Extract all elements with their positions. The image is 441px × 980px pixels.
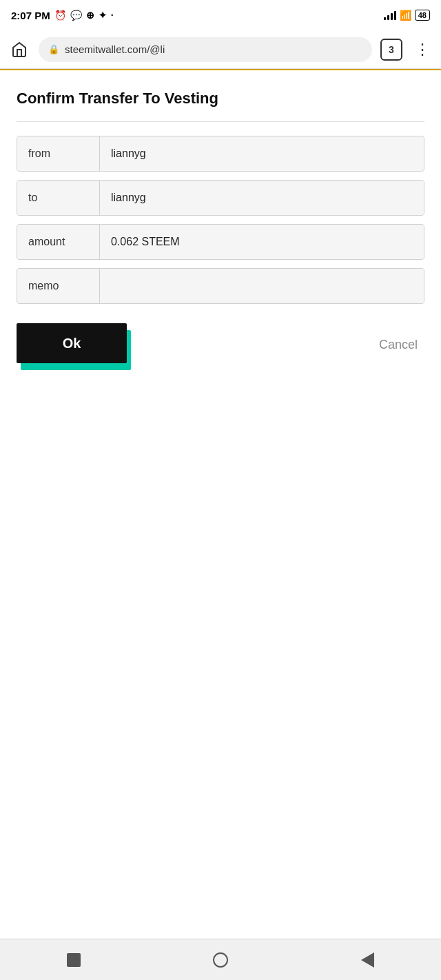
circle-icon xyxy=(213,952,228,968)
status-bar-right: 📶 48 xyxy=(384,10,430,21)
to-label: to xyxy=(17,181,100,215)
amount-label: amount xyxy=(17,225,100,259)
cancel-button[interactable]: Cancel xyxy=(379,338,424,352)
page-title: Confirm Transfer To Vesting xyxy=(17,90,424,108)
memo-row: memo xyxy=(17,268,424,304)
amount-row: amount 0.062 STEEM xyxy=(17,224,424,260)
back-button[interactable] xyxy=(353,946,381,974)
status-bar-left: 2:07 PM ⏰ 💬 ⊕ ✦ · xyxy=(11,10,114,21)
bottom-nav xyxy=(0,939,441,980)
message-icon: 💬 xyxy=(70,10,82,21)
amount-value: 0.062 STEEM xyxy=(100,225,424,259)
home-nav-button[interactable] xyxy=(207,946,234,974)
memo-value xyxy=(100,269,424,303)
status-bar: 2:07 PM ⏰ 💬 ⊕ ✦ · 📶 48 xyxy=(0,0,441,30)
tab-count[interactable]: 3 xyxy=(380,39,402,61)
main-content: Confirm Transfer To Vesting from liannyg… xyxy=(0,69,441,939)
signal-bar-2 xyxy=(387,15,389,20)
triangle-icon xyxy=(361,952,374,968)
notification-icon: ✦ xyxy=(99,10,107,21)
to-row: to liannyg xyxy=(17,180,424,216)
ok-button[interactable]: Ok xyxy=(17,323,127,363)
url-bar[interactable]: 🔒 steemitwallet.com/@li xyxy=(39,37,372,62)
lock-icon: 🔒 xyxy=(48,44,59,54)
more-menu-button[interactable]: ⋮ xyxy=(411,39,433,61)
from-label: from xyxy=(17,136,100,171)
buttons-area: Ok Cancel xyxy=(17,323,424,366)
browser-bar: 🔒 steemitwallet.com/@li 3 ⋮ xyxy=(0,30,441,69)
wifi-icon: 📶 xyxy=(400,10,411,21)
memo-label: memo xyxy=(17,269,100,303)
from-row: from liannyg xyxy=(17,136,424,172)
alarm-icon: ⏰ xyxy=(54,10,66,21)
signal-bar-1 xyxy=(384,17,386,20)
url-text: steemitwallet.com/@li xyxy=(65,43,165,55)
to-value: liannyg xyxy=(100,181,424,215)
from-value: liannyg xyxy=(100,136,424,171)
divider xyxy=(17,121,424,122)
home-button[interactable] xyxy=(8,39,30,61)
battery-indicator: 48 xyxy=(415,10,430,21)
signal-bars xyxy=(384,10,396,20)
whatsapp-icon: ⊕ xyxy=(86,10,94,21)
stop-button[interactable] xyxy=(60,946,88,974)
square-icon xyxy=(67,953,81,967)
signal-bar-3 xyxy=(391,13,393,20)
dot-icon: · xyxy=(111,10,114,21)
status-time: 2:07 PM xyxy=(11,10,50,21)
signal-bar-4 xyxy=(394,11,396,20)
ok-button-wrapper: Ok xyxy=(17,323,127,366)
